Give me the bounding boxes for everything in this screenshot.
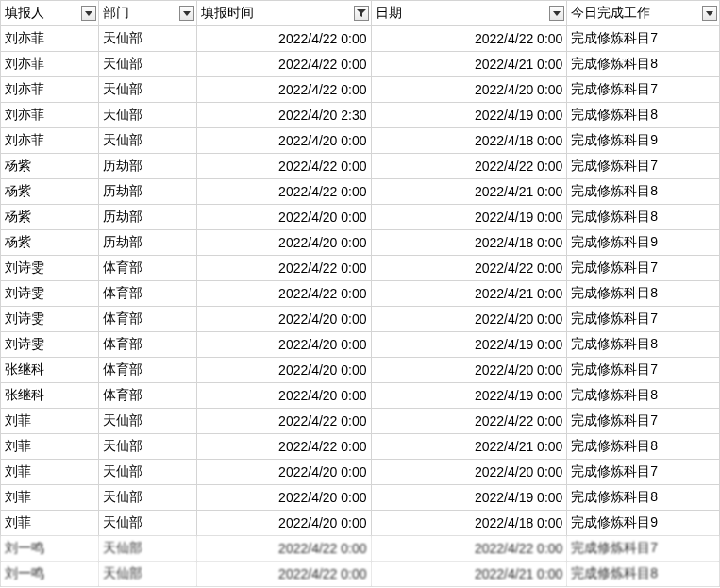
table-row[interactable]: 杨紫历劫部2022/4/20 0:002022/4/19 0:00完成修炼科目8: [1, 205, 720, 230]
filter-active-icon[interactable]: [354, 6, 369, 21]
cell-c4[interactable]: 完成修炼科目7: [567, 536, 720, 562]
cell-c3[interactable]: 2022/4/21 0:00: [371, 434, 567, 460]
cell-c4[interactable]: 完成修炼科目7: [567, 307, 720, 332]
header-1[interactable]: 部门: [98, 1, 196, 26]
cell-c2[interactable]: 2022/4/20 0:00: [196, 358, 371, 383]
cell-c2[interactable]: 2022/4/20 0:00: [196, 205, 371, 230]
table-row[interactable]: 刘亦菲天仙部2022/4/22 0:002022/4/21 0:00完成修炼科目…: [1, 52, 720, 77]
table-row[interactable]: 刘亦菲天仙部2022/4/20 0:002022/4/18 0:00完成修炼科目…: [1, 128, 720, 154]
cell-c1[interactable]: 天仙部: [98, 128, 196, 154]
cell-c4[interactable]: 完成修炼科目7: [567, 77, 720, 103]
table-row[interactable]: 刘亦菲天仙部2022/4/22 0:002022/4/20 0:00完成修炼科目…: [1, 77, 720, 103]
cell-c0[interactable]: 刘诗雯: [1, 281, 99, 307]
cell-c1[interactable]: 天仙部: [98, 26, 196, 52]
cell-c4[interactable]: 完成修炼科目7: [567, 358, 720, 383]
cell-c1[interactable]: 历劫部: [98, 179, 196, 205]
cell-c1[interactable]: 历劫部: [98, 154, 196, 179]
cell-c3[interactable]: 2022/4/22 0:00: [371, 536, 567, 562]
cell-c2[interactable]: 2022/4/20 0:00: [196, 383, 371, 409]
cell-c0[interactable]: 刘一鸣: [1, 562, 99, 587]
cell-c0[interactable]: 刘诗雯: [1, 332, 99, 358]
table-row[interactable]: 杨紫历劫部2022/4/22 0:002022/4/21 0:00完成修炼科目8: [1, 179, 720, 205]
cell-c0[interactable]: 刘菲: [1, 434, 99, 460]
cell-c3[interactable]: 2022/4/20 0:00: [371, 460, 567, 485]
cell-c0[interactable]: 刘菲: [1, 460, 99, 485]
cell-c1[interactable]: 天仙部: [98, 103, 196, 128]
cell-c3[interactable]: 2022/4/19 0:00: [371, 485, 567, 511]
cell-c3[interactable]: 2022/4/19 0:00: [371, 205, 567, 230]
cell-c1[interactable]: 天仙部: [98, 434, 196, 460]
table-row[interactable]: 刘菲天仙部2022/4/20 0:002022/4/18 0:00完成修炼科目9: [1, 511, 720, 536]
cell-c0[interactable]: 刘亦菲: [1, 77, 99, 103]
cell-c3[interactable]: 2022/4/21 0:00: [371, 179, 567, 205]
cell-c2[interactable]: 2022/4/22 0:00: [196, 409, 371, 434]
cell-c0[interactable]: 刘菲: [1, 511, 99, 536]
cell-c1[interactable]: 体育部: [98, 383, 196, 409]
cell-c2[interactable]: 2022/4/20 0:00: [196, 485, 371, 511]
cell-c0[interactable]: 刘亦菲: [1, 103, 99, 128]
cell-c3[interactable]: 2022/4/22 0:00: [371, 256, 567, 281]
cell-c3[interactable]: 2022/4/20 0:00: [371, 358, 567, 383]
cell-c1[interactable]: 天仙部: [98, 52, 196, 77]
cell-c3[interactable]: 2022/4/19 0:00: [371, 332, 567, 358]
cell-c4[interactable]: 完成修炼科目8: [567, 179, 720, 205]
cell-c2[interactable]: 2022/4/22 0:00: [196, 562, 371, 587]
cell-c4[interactable]: 完成修炼科目8: [567, 52, 720, 77]
cell-c2[interactable]: 2022/4/22 0:00: [196, 536, 371, 562]
cell-c4[interactable]: 完成修炼科目7: [567, 409, 720, 434]
cell-c1[interactable]: 天仙部: [98, 460, 196, 485]
cell-c3[interactable]: 2022/4/19 0:00: [371, 383, 567, 409]
table-row[interactable]: 刘菲天仙部2022/4/20 0:002022/4/19 0:00完成修炼科目8: [1, 485, 720, 511]
cell-c2[interactable]: 2022/4/22 0:00: [196, 77, 371, 103]
table-row[interactable]: 杨紫历劫部2022/4/20 0:002022/4/18 0:00完成修炼科目9: [1, 230, 720, 256]
header-3[interactable]: 日期: [371, 1, 567, 26]
cell-c1[interactable]: 体育部: [98, 358, 196, 383]
cell-c3[interactable]: 2022/4/19 0:00: [371, 103, 567, 128]
table-row[interactable]: 刘菲天仙部2022/4/22 0:002022/4/22 0:00完成修炼科目7: [1, 409, 720, 434]
table-row[interactable]: 刘诗雯体育部2022/4/20 0:002022/4/19 0:00完成修炼科目…: [1, 332, 720, 358]
table-row[interactable]: 刘诗雯体育部2022/4/22 0:002022/4/21 0:00完成修炼科目…: [1, 281, 720, 307]
cell-c0[interactable]: 杨紫: [1, 205, 99, 230]
cell-c3[interactable]: 2022/4/20 0:00: [371, 307, 567, 332]
cell-c1[interactable]: 天仙部: [98, 485, 196, 511]
cell-c3[interactable]: 2022/4/21 0:00: [371, 562, 567, 587]
cell-c2[interactable]: 2022/4/22 0:00: [196, 154, 371, 179]
cell-c0[interactable]: 张继科: [1, 383, 99, 409]
filter-dropdown-icon[interactable]: [81, 6, 96, 21]
table-row[interactable]: 杨紫历劫部2022/4/22 0:002022/4/22 0:00完成修炼科目7: [1, 154, 720, 179]
cell-c0[interactable]: 杨紫: [1, 154, 99, 179]
filter-dropdown-icon[interactable]: [179, 6, 194, 21]
cell-c0[interactable]: 刘诗雯: [1, 256, 99, 281]
cell-c2[interactable]: 2022/4/22 0:00: [196, 179, 371, 205]
cell-c1[interactable]: 体育部: [98, 332, 196, 358]
filter-dropdown-icon[interactable]: [702, 6, 717, 21]
cell-c4[interactable]: 完成修炼科目8: [567, 485, 720, 511]
filter-dropdown-icon[interactable]: [549, 6, 564, 21]
cell-c2[interactable]: 2022/4/20 0:00: [196, 511, 371, 536]
cell-c3[interactable]: 2022/4/18 0:00: [371, 230, 567, 256]
cell-c4[interactable]: 完成修炼科目9: [567, 128, 720, 154]
cell-c2[interactable]: 2022/4/20 0:00: [196, 230, 371, 256]
cell-c4[interactable]: 完成修炼科目9: [567, 230, 720, 256]
table-row[interactable]: 张继科体育部2022/4/20 0:002022/4/19 0:00完成修炼科目…: [1, 383, 720, 409]
cell-c0[interactable]: 刘一鸣: [1, 536, 99, 562]
table-row[interactable]: 刘菲天仙部2022/4/22 0:002022/4/21 0:00完成修炼科目8: [1, 434, 720, 460]
cell-c4[interactable]: 完成修炼科目8: [567, 281, 720, 307]
cell-c2[interactable]: 2022/4/22 0:00: [196, 281, 371, 307]
cell-c3[interactable]: 2022/4/22 0:00: [371, 26, 567, 52]
cell-c4[interactable]: 完成修炼科目8: [567, 434, 720, 460]
cell-c1[interactable]: 天仙部: [98, 562, 196, 587]
cell-c0[interactable]: 杨紫: [1, 230, 99, 256]
cell-c3[interactable]: 2022/4/21 0:00: [371, 52, 567, 77]
cell-c3[interactable]: 2022/4/22 0:00: [371, 154, 567, 179]
cell-c3[interactable]: 2022/4/21 0:00: [371, 281, 567, 307]
cell-c3[interactable]: 2022/4/18 0:00: [371, 511, 567, 536]
cell-c0[interactable]: 刘诗雯: [1, 307, 99, 332]
cell-c0[interactable]: 刘亦菲: [1, 128, 99, 154]
table-row[interactable]: 刘亦菲天仙部2022/4/22 0:002022/4/22 0:00完成修炼科目…: [1, 26, 720, 52]
cell-c2[interactable]: 2022/4/20 0:00: [196, 332, 371, 358]
cell-c2[interactable]: 2022/4/20 0:00: [196, 128, 371, 154]
cell-c1[interactable]: 历劫部: [98, 230, 196, 256]
cell-c2[interactable]: 2022/4/22 0:00: [196, 26, 371, 52]
cell-c3[interactable]: 2022/4/22 0:00: [371, 409, 567, 434]
